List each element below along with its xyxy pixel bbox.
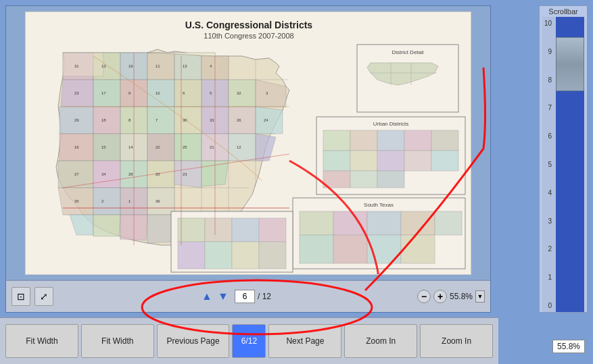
svg-marker-54 [93, 188, 120, 215]
svg-text:33: 33 [210, 118, 214, 122]
svg-marker-32 [93, 107, 120, 134]
svg-marker-34 [147, 107, 174, 134]
viewer-container: U.S. Congressional Districts 110th Congr… [5, 5, 491, 313]
svg-rect-76 [431, 130, 458, 151]
svg-text:25: 25 [183, 145, 187, 149]
zoom-in-btn-1[interactable]: Zoom In [344, 324, 417, 358]
page-down-btn[interactable]: ▼ [216, 289, 231, 304]
svg-text:34: 34 [101, 172, 106, 176]
zoom-in-btn-2[interactable]: Zoom In [420, 324, 493, 358]
svg-text:27: 27 [74, 172, 79, 176]
svg-marker-35 [174, 107, 201, 134]
zoom-value: 55.8% [450, 292, 474, 301]
svg-rect-89 [367, 211, 401, 235]
zoom-out-btn[interactable]: − [417, 290, 431, 303]
page-up-btn[interactable]: ▲ [199, 289, 214, 304]
svg-marker-58 [93, 215, 120, 236]
svg-text:District Detail: District Detail [392, 49, 423, 55]
svg-text:14: 14 [128, 145, 133, 149]
zoom-dropdown-btn[interactable]: ▼ [475, 290, 485, 303]
svg-text:20: 20 [156, 172, 160, 176]
svg-marker-50 [147, 161, 174, 188]
svg-rect-101 [178, 242, 205, 269]
svg-text:23: 23 [183, 172, 187, 176]
svg-marker-21 [174, 53, 201, 80]
nav-arrows: ▲ ▼ [199, 289, 231, 304]
svg-rect-81 [431, 151, 458, 171]
svg-rect-102 [205, 242, 232, 269]
svg-marker-56 [147, 188, 174, 215]
arrow-up-icon: ▲ [201, 290, 212, 303]
svg-rect-90 [401, 211, 435, 235]
svg-marker-60 [147, 215, 174, 243]
svg-marker-37 [229, 107, 256, 134]
scrollbar-num-0: 0 [542, 302, 553, 309]
svg-rect-74 [377, 130, 404, 151]
svg-rect-87 [300, 211, 333, 235]
svg-text:U.S. Congressional Districts: U.S. Congressional Districts [185, 20, 312, 30]
svg-text:15: 15 [101, 145, 106, 149]
svg-marker-48 [93, 161, 120, 188]
zoom-bottom-right: 55.8% [552, 340, 585, 353]
svg-text:23: 23 [74, 91, 79, 95]
svg-rect-79 [377, 151, 404, 171]
svg-text:26: 26 [237, 118, 241, 122]
chevron-down-icon: ▼ [477, 293, 483, 300]
svg-text:18: 18 [101, 118, 106, 122]
scrollbar-thumb[interactable] [556, 37, 584, 91]
svg-text:17: 17 [101, 91, 106, 95]
svg-text:10: 10 [156, 91, 160, 95]
bottom-toolbar: Fit Width Fit Width Previous Page 6/12 N… [0, 317, 498, 364]
svg-rect-93 [333, 235, 367, 263]
scrollbar-track[interactable]: 0 1 2 3 4 5 6 7 8 9 10 [542, 17, 584, 312]
previous-page-btn[interactable]: Previous Page [157, 324, 230, 358]
expand-icon-btn[interactable]: ⤢ [34, 287, 53, 306]
svg-text:11: 11 [156, 64, 160, 68]
fit-width-btn-2[interactable]: Fit Width [81, 324, 154, 358]
svg-text:30: 30 [183, 118, 187, 122]
svg-rect-103 [232, 242, 259, 269]
svg-text:31: 31 [74, 64, 79, 68]
svg-text:13: 13 [183, 64, 187, 68]
svg-text:29: 29 [74, 118, 79, 122]
scrollbar-thumb-inner [556, 38, 584, 90]
svg-text:36: 36 [156, 199, 160, 203]
svg-rect-73 [350, 130, 377, 151]
svg-rect-104 [259, 242, 286, 269]
fit-width-btn-1[interactable]: Fit Width [5, 324, 78, 358]
scrollbar-num-2: 2 [542, 245, 553, 253]
fit-icon-btn[interactable]: ⊡ [11, 287, 30, 306]
page-number-input[interactable] [235, 290, 255, 303]
page-input-area: / 12 [235, 290, 271, 303]
page-indicator-btn[interactable]: 6/12 [232, 324, 266, 358]
svg-marker-20 [147, 53, 174, 80]
svg-text:South Texas: South Texas [364, 202, 394, 208]
zoom-display: 55.8% ▼ [450, 290, 485, 303]
page-display: U.S. Congressional Districts 110th Congr… [25, 11, 471, 275]
scrollbar-num-1: 1 [542, 274, 553, 281]
svg-text:24: 24 [264, 118, 268, 122]
svg-rect-99 [232, 218, 259, 242]
svg-rect-91 [435, 211, 462, 235]
page-total: / 12 [258, 292, 271, 301]
svg-rect-95 [401, 235, 435, 263]
scrollbar-num-6: 6 [542, 132, 553, 140]
svg-rect-75 [404, 130, 431, 151]
svg-marker-27 [174, 80, 201, 107]
expand-icon: ⤢ [40, 291, 48, 302]
svg-rect-92 [300, 235, 333, 263]
svg-rect-72 [323, 130, 350, 151]
svg-marker-42 [147, 134, 174, 161]
scrollbar-rail[interactable] [556, 17, 584, 312]
svg-text:21: 21 [210, 145, 214, 149]
svg-rect-77 [323, 151, 350, 171]
next-page-btn[interactable]: Next Page [268, 324, 341, 358]
zoom-minus-icon: − [421, 292, 427, 301]
svg-text:Urban Districts: Urban Districts [373, 121, 408, 127]
svg-text:22: 22 [156, 145, 160, 149]
svg-text:13: 13 [101, 64, 106, 68]
scrollbar-numbers: 0 1 2 3 4 5 6 7 8 9 10 [542, 17, 553, 312]
zoom-in-btn[interactable]: + [433, 290, 447, 303]
svg-marker-51 [174, 161, 201, 188]
svg-text:110th Congress 2007-2008: 110th Congress 2007-2008 [204, 32, 293, 40]
